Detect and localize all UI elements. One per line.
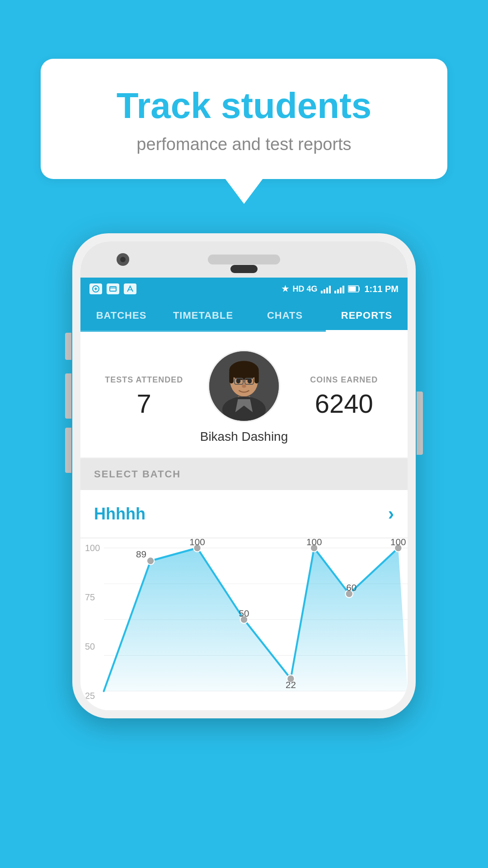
notification-icon-1 [89,283,102,294]
power-button [417,392,423,455]
notification-icon-3 [124,283,136,294]
svg-rect-3 [349,287,356,292]
chart-label-100a: 100 [189,538,205,547]
y-label-100: 100 [85,543,100,553]
chart-label-50: 50 [239,608,249,618]
performance-chart: 89 100 50 22 100 60 100 [80,538,408,710]
speaker-grille [208,255,280,264]
y-label-50: 50 [85,642,100,652]
volume-up-button [65,333,71,360]
chart-point-89 [147,557,155,565]
bluetooth-icon: ★ [282,284,289,294]
status-bar: ★ HD 4G [80,278,408,300]
phone-mockup: ★ HD 4G [72,233,416,718]
avatar-image [209,350,279,422]
callout-subtitle: perfomance and test reports [72,135,416,154]
svg-point-9 [236,378,241,384]
signal-icon-2 [334,284,344,293]
nav-tabs: BATCHES TIMETABLE CHATS REPORTS [80,300,408,332]
coins-earned-block: COINS EARNED 6240 [294,375,394,419]
battery-icon [348,285,361,293]
status-time: 1:11 PM [364,284,399,294]
select-batch-label: SELECT BATCH [94,468,181,480]
svg-point-6 [229,361,258,380]
svg-point-10 [248,378,252,384]
callout-title: Track students [72,86,416,126]
chart-area: 100 75 50 25 [80,538,408,710]
svg-point-14 [242,384,246,388]
tests-attended-label: TESTS ATTENDED [94,375,194,385]
svg-rect-7 [229,370,234,383]
coins-earned-label: COINS EARNED [294,375,394,385]
select-batch-bar: SELECT BATCH [80,458,408,490]
profile-section: TESTS ATTENDED 7 [80,332,408,458]
chart-label-22: 22 [286,679,296,690]
svg-rect-8 [254,370,259,383]
tab-reports[interactable]: REPORTS [326,300,408,330]
front-camera [117,253,129,266]
tests-attended-value: 7 [94,388,194,419]
status-icons-right: ★ HD 4G [282,284,399,294]
tab-timetable[interactable]: TIMETABLE [162,300,244,330]
status-icons-left [89,283,136,294]
notification-icon-2 [107,283,119,294]
svg-rect-1 [110,287,116,291]
y-label-75: 75 [85,592,100,603]
chart-label-100b: 100 [306,538,322,547]
coins-earned-value: 6240 [294,388,394,419]
tab-chats[interactable]: CHATS [244,300,326,330]
avatar [208,350,280,422]
chevron-right-icon: › [388,504,394,524]
tab-batches[interactable]: BATCHES [80,300,162,330]
profile-name: Bikash Dashing [200,429,288,444]
chart-label-60: 60 [346,582,357,593]
volume-down-button [65,373,71,419]
phone-top-hardware [80,241,408,278]
profile-center: Bikash Dashing [194,350,294,444]
earpiece [230,265,258,273]
tests-attended-block: TESTS ATTENDED 7 [94,375,194,419]
phone-screen: ★ HD 4G [80,241,408,710]
signal-icon [321,284,331,293]
phone-body: ★ HD 4G [72,233,416,718]
chart-label-89: 89 [136,549,146,559]
callout-card: Track students perfomance and test repor… [41,59,447,179]
mute-button [65,428,71,473]
network-label: HD 4G [292,284,317,294]
batch-name: Hhhhh [94,505,145,524]
batch-item[interactable]: Hhhhh › [80,490,408,538]
y-label-25: 25 [85,691,100,701]
chart-label-100c: 100 [390,538,406,547]
